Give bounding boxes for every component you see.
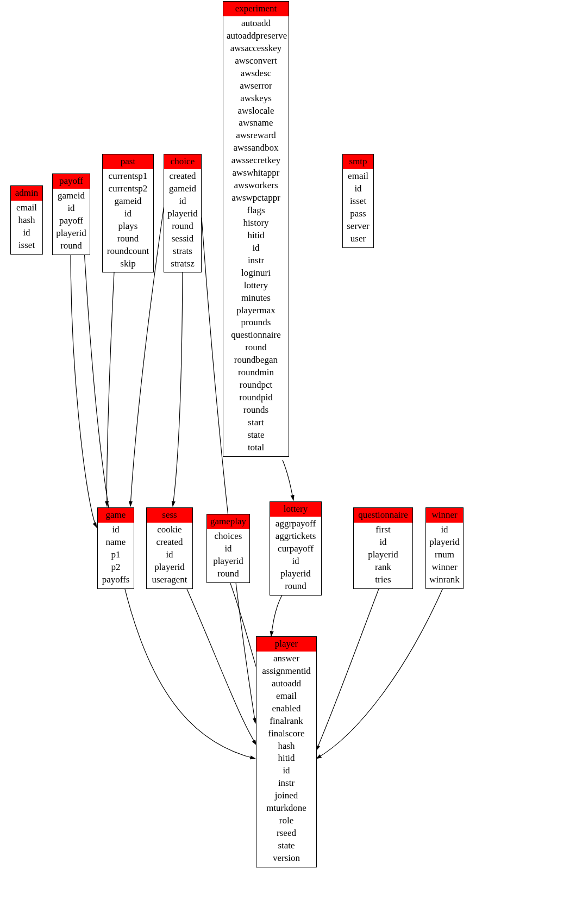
- entity-field: minutes: [227, 292, 285, 305]
- edge-lottery-to-player: [271, 590, 285, 636]
- entity-field: gameid: [167, 183, 198, 195]
- entity-field: roundmin: [227, 367, 285, 379]
- entity-field: questionnaire: [227, 329, 285, 342]
- entity-field: round: [56, 240, 86, 252]
- entity-fields-choice: createdgameididplayeridroundsessidstrats…: [164, 169, 201, 272]
- edge-winner-to-player: [316, 585, 444, 759]
- entity-field: autoadd: [227, 17, 285, 30]
- entity-fields-sess: cookiecreatedidplayeriduseragent: [147, 523, 192, 588]
- entity-field: playerid: [273, 568, 318, 580]
- edge-questionnaire-to-player: [316, 585, 380, 751]
- entity-fields-gameplay: choicesidplayeridround: [207, 529, 249, 582]
- entity-field: round: [167, 220, 198, 233]
- entity-field: role: [260, 815, 313, 827]
- entity-field: curpayoff: [273, 543, 318, 555]
- edge-payoff-to-game: [71, 250, 97, 528]
- entity-field: awssandbox: [227, 142, 285, 154]
- entity-field: id: [56, 202, 86, 215]
- entity-field: hash: [260, 740, 313, 753]
- entity-field: strats: [167, 245, 198, 258]
- entity-field: enabled: [260, 703, 313, 715]
- edge-sess-to-player: [185, 584, 256, 745]
- entity-title-lottery: lottery: [270, 502, 321, 517]
- entity-field: rank: [357, 561, 409, 574]
- entity-field: plays: [106, 220, 150, 233]
- entity-field: cookie: [150, 524, 189, 536]
- entity-field: instr: [260, 777, 313, 790]
- entity-field: id: [227, 242, 285, 255]
- entity-field: round: [227, 342, 285, 354]
- entity-field: tries: [357, 574, 409, 586]
- entity-fields-payoff: gameididpayoffplayeridround: [53, 189, 90, 255]
- entity-field: round: [106, 233, 150, 245]
- entity-field: id: [101, 524, 130, 536]
- entity-title-admin: admin: [11, 186, 42, 201]
- entity-title-questionnaire: questionnaire: [354, 508, 412, 523]
- entity-field: awskeys: [227, 92, 285, 105]
- entity-field: total: [227, 442, 285, 454]
- entity-field: round: [210, 568, 246, 580]
- entity-smtp: smtpemailidissetpassserveruser: [342, 154, 374, 248]
- entity-field: version: [260, 852, 313, 865]
- entity-field: gameid: [56, 190, 86, 202]
- entity-field: start: [227, 417, 285, 429]
- entity-field: isset: [14, 239, 39, 252]
- entity-field: flags: [227, 204, 285, 217]
- entity-player: playeranswerassignmentidautoaddemailenab…: [256, 636, 317, 867]
- entity-field: server: [346, 220, 370, 233]
- entity-fields-lottery: aggrpayoffaggrticketscurpayoffidplayerid…: [270, 517, 321, 595]
- entity-field: email: [260, 690, 313, 703]
- entity-field: sessid: [167, 233, 198, 245]
- entity-field: playerid: [429, 536, 460, 549]
- entity-field: id: [346, 183, 370, 195]
- entity-field: created: [150, 536, 189, 549]
- entity-gameplay: gameplaychoicesidplayeridround: [206, 514, 250, 583]
- entity-field: hitid: [260, 752, 313, 765]
- entity-field: awsreward: [227, 129, 285, 142]
- entity-field: rseed: [260, 827, 313, 840]
- entity-field: isset: [346, 195, 370, 208]
- entity-field: currentsp1: [106, 170, 150, 183]
- entity-title-past: past: [103, 154, 153, 169]
- entity-field: rounds: [227, 404, 285, 417]
- entity-field: playerid: [150, 561, 189, 574]
- entity-field: awssecretkey: [227, 154, 285, 167]
- entity-field: created: [167, 170, 198, 183]
- entity-fields-admin: emailhashidisset: [11, 201, 42, 254]
- entity-fields-questionnaire: firstidplayeridranktries: [354, 523, 412, 588]
- entity-field: state: [227, 429, 285, 442]
- entity-field: aggrpayoff: [273, 518, 318, 530]
- entity-field: rnum: [429, 549, 460, 561]
- entity-field: mturkdone: [260, 802, 313, 815]
- entity-field: awslocale: [227, 105, 285, 117]
- entity-field: roundpct: [227, 379, 285, 392]
- entity-field: stratsz: [167, 258, 198, 270]
- entity-field: answer: [260, 653, 313, 665]
- entity-choice: choicecreatedgameididplayeridroundsessid…: [164, 154, 202, 272]
- entity-field: gameid: [106, 195, 150, 208]
- entity-fields-past: currentsp1currentsp2gameididplaysroundro…: [103, 169, 153, 272]
- entity-fields-player: answerassignmentidautoaddemailenabledfin…: [256, 652, 316, 867]
- entity-title-winner: winner: [426, 508, 463, 523]
- entity-field: roundpid: [227, 392, 285, 404]
- entity-title-game: game: [98, 508, 134, 523]
- entity-field: id: [429, 524, 460, 536]
- entity-questionnaire: questionnairefirstidplayeridranktries: [353, 507, 413, 589]
- entity-field: playerid: [56, 227, 86, 240]
- entity-field: name: [101, 536, 130, 549]
- entity-field: id: [167, 195, 198, 208]
- entity-field: id: [273, 555, 318, 568]
- entity-field: awserror: [227, 80, 285, 92]
- entity-field: awsname: [227, 117, 285, 129]
- entity-field: hash: [14, 214, 39, 227]
- entity-field: winrank: [429, 574, 460, 586]
- entity-game: gameidnamep1p2payoffs: [97, 507, 134, 589]
- entity-field: p2: [101, 561, 130, 574]
- entity-title-gameplay: gameplay: [207, 514, 249, 529]
- entity-field: useragent: [150, 574, 189, 586]
- entity-field: skip: [106, 258, 150, 270]
- entity-field: playermax: [227, 305, 285, 317]
- entity-field: id: [210, 543, 246, 555]
- entity-field: pass: [346, 208, 370, 220]
- entity-field: awsconvert: [227, 55, 285, 67]
